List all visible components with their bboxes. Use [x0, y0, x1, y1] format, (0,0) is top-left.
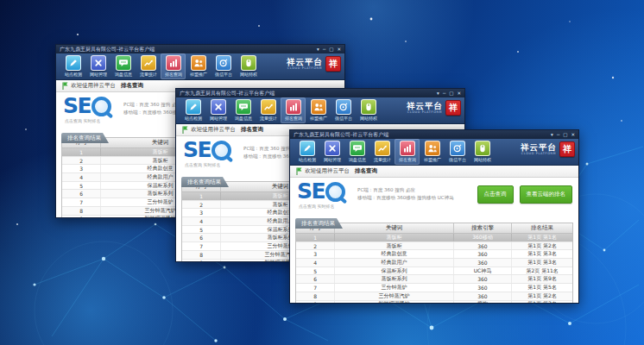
results-tab[interactable]: 排名查询结果	[61, 133, 109, 143]
toolbar-item-2[interactable]: 网站管理	[85, 53, 110, 79]
toolbar-item-label: 站点检测	[184, 116, 201, 121]
window-titlebar[interactable]: 广东九鼎王厨具有限公司-祥云平台客户端 ▾─▢✕	[176, 89, 464, 97]
toolbar-item-5[interactable]: 排名查询	[395, 139, 420, 165]
view-cloud-rank-button[interactable]: 查看云端的排名	[520, 185, 573, 204]
toolbar-item-6[interactable]: 祥盟推广	[306, 97, 331, 123]
toolbar-item-3[interactable]: 询盘信息	[230, 97, 256, 123]
cell-no: 5	[296, 267, 335, 275]
cell-keyword: 蒸饭柜系列	[335, 275, 453, 283]
breadcrumb-welcome: 欢迎使用祥云平台	[71, 82, 116, 90]
table-row[interactable]: 4经典款用户360第1页 第3名	[296, 259, 572, 267]
app-window-front[interactable]: 广东九鼎王厨具有限公司-祥云平台客户端 ▾─▢✕ 站点检测网站管理询盘信息流量统…	[289, 129, 579, 304]
toolbar-item-7[interactable]: 微信平台	[211, 53, 236, 79]
toolbar-item-2[interactable]: 网站管理	[205, 97, 230, 123]
cell-no: 3	[182, 209, 221, 216]
toolbar-item-4[interactable]: 流量统计	[136, 53, 161, 79]
close-button[interactable]: ✕	[457, 89, 461, 97]
toolbar-item-7[interactable]: 微信平台	[445, 139, 470, 165]
cell-no: 6	[62, 190, 101, 198]
cell-keyword: 保温柜系列	[335, 267, 453, 275]
maximize-button[interactable]: ▢	[329, 45, 333, 53]
pc-engines-line: PC端：百度 360 搜狗 必应	[357, 186, 454, 194]
breadcrumb-current: 排名查询	[121, 82, 143, 90]
cell-no: 7	[296, 284, 335, 292]
results-tab-row: 排名查询结果	[290, 212, 578, 223]
cell-no: 9	[182, 260, 221, 263]
cell-engine: UC神马	[454, 267, 513, 275]
wechat-compass-icon	[336, 99, 351, 115]
toolbar-item-3[interactable]: 询盘信息	[344, 139, 369, 165]
brand-seal-icon: 祥	[559, 141, 575, 157]
query-button[interactable]: 点击查询	[477, 185, 514, 204]
maximize-button[interactable]: ▢	[449, 89, 453, 97]
close-button[interactable]: ✕	[337, 45, 341, 53]
wechat-compass-icon	[450, 141, 465, 156]
main-toolbar: 站点检测网站管理询盘信息流量统计排名查询祥盟推广微信平台网站特权 祥云平台 CL…	[56, 53, 344, 80]
cell-no: 5	[62, 182, 101, 190]
brand-name: 祥云平台	[407, 102, 443, 110]
results-tab[interactable]: 排名查询结果	[295, 218, 343, 229]
toolbar-item-6[interactable]: 祥盟推广	[186, 53, 211, 79]
toolbar-item-5[interactable]: 排名查询	[161, 53, 186, 79]
inquiry-chat-icon	[350, 141, 365, 156]
window-titlebar[interactable]: 广东九鼎王厨具有限公司-祥云平台客户端 ▾─▢✕	[56, 45, 344, 53]
feedback-button[interactable]: ▾	[437, 89, 439, 97]
cell-no: 5	[182, 226, 221, 234]
feedback-button[interactable]: ▾	[551, 130, 553, 139]
toolbar-item-2[interactable]: 网站管理	[319, 139, 344, 165]
table-row[interactable]: 6蒸饭柜系列360第1页 第9名	[296, 275, 572, 284]
toolbar-item-4[interactable]: 流量统计	[369, 139, 395, 165]
toolbar-item-1[interactable]: 站点检测	[60, 53, 85, 79]
table-row[interactable]: 3经典款创意360第1页 第3名	[296, 250, 572, 259]
breadcrumb-welcome: 欢迎使用祥云平台	[191, 126, 236, 134]
column-header: 关键词	[335, 223, 453, 233]
table-row[interactable]: 8三分钟蒸汽炉360第1页 第2名	[296, 292, 572, 301]
table-row[interactable]: 2蒸饭柜360第1页 第2名	[296, 242, 572, 251]
toolbar-item-8[interactable]: 网站特权	[470, 139, 495, 165]
rank-bars-icon	[400, 141, 415, 156]
toolbar-item-label: 祥盟推广	[189, 72, 206, 77]
toolbar-item-8[interactable]: 网站特权	[236, 53, 261, 79]
toolbar-item-label: 询盘信息	[348, 157, 365, 162]
minimize-button[interactable]: ─	[557, 130, 559, 139]
promotion-users-icon	[311, 99, 326, 115]
toolbar-item-label: 微信平台	[214, 72, 231, 77]
toolbar-item-1[interactable]: 站点检测	[180, 97, 205, 123]
traffic-chart-icon	[141, 55, 156, 71]
toolbar-item-6[interactable]: 祥盟推广	[420, 139, 445, 165]
minimize-button[interactable]: ─	[323, 45, 325, 53]
results-tab[interactable]: 排名查询结果	[181, 177, 229, 187]
cell-no: 7	[62, 198, 101, 206]
minimize-button[interactable]: ─	[443, 89, 445, 97]
window-title: 广东九鼎王厨具有限公司-祥云平台客户端	[60, 45, 155, 53]
close-button[interactable]: ✕	[571, 130, 575, 139]
toolbar-item-label: 排名查询	[398, 157, 415, 162]
toolbar-item-4[interactable]: 流量统计	[256, 97, 281, 123]
cell-rank: 第1页 第2名	[512, 242, 572, 250]
table-row[interactable]: 9智能恒温暖炉搜狗第1页 第3名	[296, 301, 572, 304]
table-row[interactable]: 5保温柜系列UC神马第2页 第11名	[296, 267, 572, 276]
seo-banner: SE 点击查询 实时排名 PC端：百度 360 搜狗 必应 移动端：百度移动 3…	[290, 178, 578, 212]
cell-no: 1	[182, 192, 221, 200]
table-row[interactable]: 1蒸饭柜360移动第1页 第1名	[296, 234, 572, 242]
column-header: 搜索引擎	[454, 223, 513, 233]
cell-rank: 第1页 第1名	[512, 234, 572, 242]
table-row[interactable]: 7三分钟蒸炉360第1页 第5名	[296, 284, 572, 292]
maximize-button[interactable]: ▢	[563, 130, 567, 139]
cell-keyword: 经典款创意	[335, 250, 453, 258]
window-titlebar[interactable]: 广东九鼎王厨具有限公司-祥云平台客户端 ▾─▢✕	[290, 130, 578, 139]
cell-engine: 360	[454, 259, 513, 267]
cell-keyword: 经典款用户	[335, 259, 453, 267]
toolbar-item-7[interactable]: 微信平台	[331, 97, 356, 123]
feedback-button[interactable]: ▾	[317, 45, 319, 53]
mouse-icon	[361, 99, 376, 115]
toolbar-item-3[interactable]: 询盘信息	[110, 53, 136, 79]
toolbar-item-8[interactable]: 网站特权	[356, 97, 381, 123]
cell-engine: 360	[454, 284, 513, 292]
cell-no: 3	[296, 250, 335, 258]
toolbar-item-1[interactable]: 站点检测	[294, 139, 319, 165]
cell-no: 4	[296, 259, 335, 267]
toolbar-item-label: 询盘信息	[234, 116, 251, 121]
inquiry-chat-icon	[116, 55, 131, 71]
toolbar-item-5[interactable]: 排名查询	[281, 97, 306, 123]
